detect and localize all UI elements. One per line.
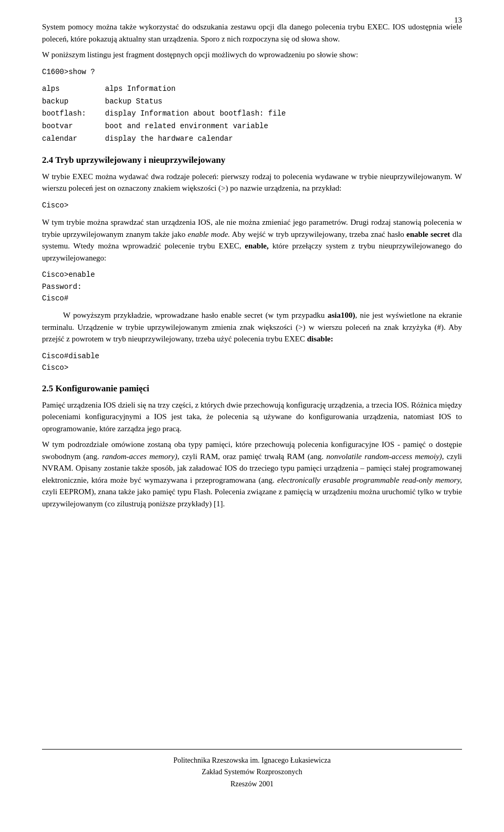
s25-para2-italic: random-acces memory),: [102, 452, 179, 461]
footer-line2: Zakład Systemów Rozproszonych: [42, 766, 462, 778]
command-name-calendar: calendar: [42, 133, 105, 145]
intro-paragraph-2: W poniższym listingu jest fragment dostę…: [42, 49, 462, 61]
command-row-bootflash: bootflash: display Information about boo…: [42, 108, 462, 120]
command-name-alps: alps: [42, 83, 105, 96]
enable-code-block: Cisco>enable Password: Cisco#: [42, 269, 462, 304]
section-2-4-para3: W powyższym przykładzie, wprowadzane has…: [42, 309, 462, 345]
page-footer: Politechnika Rzeszowska im. Ignacego Łuk…: [42, 749, 462, 790]
command-name-bootflash: bootflash:: [42, 108, 105, 120]
s25-para2-end: czyli RAM, oraz pamięć trwałą RAM (ang.: [179, 452, 326, 461]
para2-italic: enable mode.: [188, 230, 230, 238]
intro-paragraph: System pomocy można także wykorzystać do…: [42, 21, 462, 45]
page-number: 13: [454, 16, 462, 25]
command-row-alps: alps alps Information: [42, 83, 462, 96]
footer-line1: Politechnika Rzeszowska im. Ignacego Łuk…: [42, 755, 462, 766]
command-desc-backup: backup Status: [105, 96, 462, 108]
footer-line3: Rzeszów 2001: [42, 778, 462, 790]
s25-para2-italic3: electronically erasable programmable rea…: [277, 476, 462, 484]
command-row-bootvar: bootvar boot and related environment var…: [42, 120, 462, 133]
s25-para2-italic2: nonvolatile random-access memoiy),: [326, 452, 444, 461]
intro-text-1: System pomocy można także wykorzystać do…: [42, 23, 462, 43]
section-2-5-heading: 2.5 Konfigurowanie pamięci: [42, 383, 462, 394]
section-2-4-heading: 2.4 Tryb uprzywilejowany i nieuprzywilej…: [42, 155, 462, 165]
show-prompt: C1600>show ?: [42, 66, 462, 78]
main-content: System pomocy można także wykorzystać do…: [42, 21, 462, 733]
command-name-backup: backup: [42, 96, 105, 108]
section-2-4-para1: W trybie EXEC można wydawać dwa rodzaje …: [42, 171, 462, 194]
para3-bold: asia100): [328, 311, 355, 319]
para2-bold2: enable,: [245, 242, 268, 250]
disable-code-block: Cisco#disable Cisco>: [42, 350, 462, 374]
section-2-5-para1: Pamięć urządzenia IOS dzieli się na trzy…: [42, 399, 462, 435]
para3-bold2: disable:: [307, 335, 333, 343]
command-name-bootvar: bootvar: [42, 120, 105, 133]
para2-bold: enable secret: [406, 230, 450, 238]
intro-text-2: W poniższym listingu jest fragment dostę…: [42, 50, 358, 59]
command-list: alps alps Information backup backup Stat…: [42, 83, 462, 145]
cisco-prompt-unprivileged: Cisco>: [42, 200, 462, 211]
command-desc-bootvar: boot and related environment variable: [105, 120, 462, 133]
command-desc-bootflash: display Information about bootflash: fil…: [105, 108, 462, 120]
para2-text-end: Aby wejść w tryb uprzywilejowany, trzeba…: [230, 230, 406, 238]
command-desc-calendar: display the hardware calendar: [105, 133, 462, 145]
page: 13 System pomocy można także wykorzystać…: [0, 0, 504, 832]
s25-para2-end3: czyli EEPROM), znana także jako pamięć t…: [42, 487, 462, 508]
para3-text-start: W powyższym przykładzie, wprowadzane has…: [63, 311, 328, 319]
section-2-5-para2: W tym podrozdziale omówione zostaną oba …: [42, 439, 462, 509]
section-2-4-para2: W tym trybie można sprawdzać stan urządz…: [42, 216, 462, 264]
command-row-calendar: calendar display the hardware calendar: [42, 133, 462, 145]
command-desc-alps: alps Information: [105, 83, 462, 96]
command-row-backup: backup backup Status: [42, 96, 462, 108]
